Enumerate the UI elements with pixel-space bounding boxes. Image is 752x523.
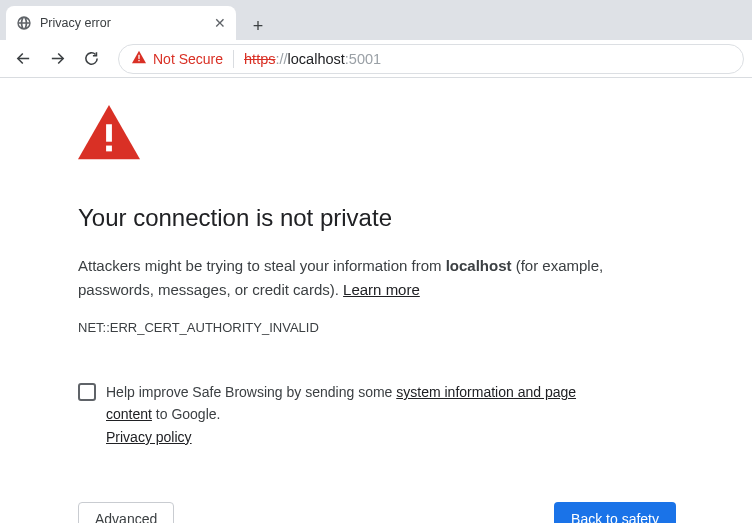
tab-title: Privacy error bbox=[40, 16, 206, 30]
back-button[interactable] bbox=[8, 44, 38, 74]
tab-strip: Privacy error ✕ + bbox=[0, 0, 752, 40]
url-sep: :// bbox=[275, 51, 287, 67]
url-port: :5001 bbox=[345, 51, 381, 67]
button-row: Advanced Back to safety bbox=[78, 502, 676, 523]
toolbar: Not Secure https://localhost:5001 bbox=[0, 40, 752, 78]
learn-more-link[interactable]: Learn more bbox=[343, 281, 420, 298]
opt-text-a: Help improve Safe Browsing by sending so… bbox=[106, 384, 396, 400]
close-icon[interactable]: ✕ bbox=[214, 16, 226, 30]
url-text: https://localhost:5001 bbox=[244, 51, 381, 67]
opt-in-text: Help improve Safe Browsing by sending so… bbox=[106, 381, 620, 448]
warning-paragraph: Attackers might be trying to steal your … bbox=[78, 254, 620, 302]
svg-rect-4 bbox=[106, 124, 112, 141]
privacy-policy-link[interactable]: Privacy policy bbox=[106, 429, 192, 445]
warning-triangle-icon bbox=[78, 104, 140, 160]
not-secure-label: Not Secure bbox=[153, 51, 223, 67]
warning-icon bbox=[131, 50, 147, 67]
not-secure-chip[interactable]: Not Secure bbox=[131, 50, 234, 68]
page-title: Your connection is not private bbox=[78, 204, 620, 232]
warning-text-a: Attackers might be trying to steal your … bbox=[78, 257, 446, 274]
address-bar[interactable]: Not Secure https://localhost:5001 bbox=[118, 44, 744, 74]
warning-host: localhost bbox=[446, 257, 512, 274]
url-scheme: https bbox=[244, 51, 275, 67]
opt-text-b: to Google. bbox=[152, 406, 221, 422]
globe-icon bbox=[16, 15, 32, 31]
safe-browsing-checkbox[interactable] bbox=[78, 383, 96, 401]
interstitial: Your connection is not private Attackers… bbox=[0, 78, 620, 523]
url-host: localhost bbox=[288, 51, 345, 67]
advanced-button[interactable]: Advanced bbox=[78, 502, 174, 523]
svg-rect-3 bbox=[138, 60, 139, 61]
reload-button[interactable] bbox=[76, 44, 106, 74]
error-code: NET::ERR_CERT_AUTHORITY_INVALID bbox=[78, 320, 620, 335]
svg-rect-2 bbox=[138, 55, 139, 59]
browser-tab[interactable]: Privacy error ✕ bbox=[6, 6, 236, 40]
forward-button[interactable] bbox=[42, 44, 72, 74]
new-tab-button[interactable]: + bbox=[244, 12, 272, 40]
svg-rect-5 bbox=[106, 146, 112, 152]
back-to-safety-button[interactable]: Back to safety bbox=[554, 502, 676, 523]
opt-in-row: Help improve Safe Browsing by sending so… bbox=[78, 381, 620, 448]
